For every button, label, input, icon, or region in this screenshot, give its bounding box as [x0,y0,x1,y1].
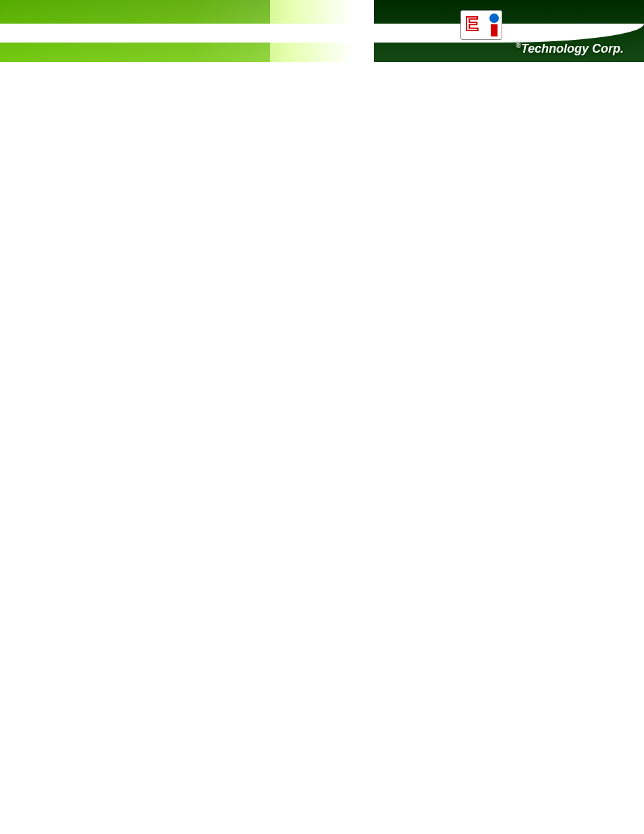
brand-reg: ® [516,42,520,49]
iei-logo-e [465,12,481,36]
iei-logo [460,10,502,40]
page-header-banner: ®Technology Corp. [0,0,644,74]
iei-logo-i [491,24,498,36]
header-swoosh [0,24,644,43]
brand-name: ®Technology Corp. [516,42,624,56]
header-swoosh-bottom [0,62,644,74]
brand-name-text: Technology Corp. [521,42,624,55]
iei-logo-dot [489,14,499,23]
